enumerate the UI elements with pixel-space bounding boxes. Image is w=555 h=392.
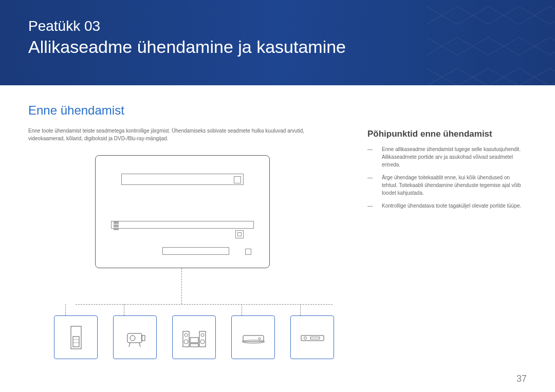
svg-rect-6 <box>142 335 145 341</box>
device-speakers <box>172 315 216 359</box>
svg-rect-14 <box>190 344 198 347</box>
device-dvdplayer <box>290 315 334 359</box>
speakers-icon <box>179 322 210 353</box>
connection-diagram <box>28 155 337 268</box>
svg-point-9 <box>184 340 188 344</box>
settopbox-icon <box>238 322 269 353</box>
intro-text: Enne toote ühendamist teiste seadmetega … <box>28 127 337 142</box>
tv-small-port <box>245 249 251 255</box>
computer-icon <box>61 322 91 353</box>
point-item: Ärge ühendage toitekaablit enne, kui kõi… <box>367 174 527 197</box>
svg-rect-13 <box>190 338 198 343</box>
svg-point-19 <box>304 337 306 339</box>
tv-port-right <box>235 230 244 238</box>
svg-point-5 <box>130 335 135 341</box>
tv-top-panel <box>121 174 244 185</box>
svg-rect-20 <box>310 337 320 339</box>
svg-point-12 <box>200 340 205 344</box>
svg-rect-7 <box>183 331 189 347</box>
right-column: Põhipunktid enne ühendamist Enne allikas… <box>367 103 527 268</box>
chapter-header: Peatükk 03 Allikaseadme ühendamine ja ka… <box>0 0 555 85</box>
tv-bottom-slot <box>162 247 229 255</box>
svg-rect-1 <box>73 337 79 347</box>
subsection-title: Põhipunktid enne ühendamist <box>367 129 527 139</box>
tv-bottom-panel <box>111 221 254 229</box>
tv-ports-left <box>114 221 119 232</box>
svg-point-17 <box>258 338 261 340</box>
section-title: Enne ühendamist <box>28 103 337 118</box>
tv-illustration <box>95 155 270 268</box>
svg-rect-0 <box>71 326 81 349</box>
device-settopbox <box>231 315 275 359</box>
point-item: Kontrollige ühendatava toote tagaküljel … <box>367 202 527 210</box>
points-list: Enne allikaseadme ühendamist lugege sell… <box>367 145 527 210</box>
device-computer <box>54 315 98 359</box>
device-camcorder <box>113 315 157 359</box>
point-item: Enne allikaseadme ühendamist lugege sell… <box>367 145 527 169</box>
devices-row <box>54 315 334 359</box>
svg-point-8 <box>184 333 188 337</box>
content-area: Enne ühendamist Enne toote ühendamist te… <box>0 85 555 286</box>
chapter-title: Allikaseadme ühendamine ja kasutamine <box>28 37 527 57</box>
device-connectors <box>28 304 337 315</box>
left-column: Enne ühendamist Enne toote ühendamist te… <box>28 103 337 268</box>
svg-rect-10 <box>199 331 206 347</box>
dvdplayer-icon <box>297 322 328 353</box>
camcorder-icon <box>120 322 151 353</box>
svg-rect-18 <box>301 335 324 341</box>
page-number: 37 <box>516 374 527 384</box>
chapter-label: Peatükk 03 <box>28 18 527 34</box>
connector-vertical <box>181 268 182 304</box>
svg-rect-4 <box>127 333 142 343</box>
svg-point-11 <box>201 333 204 337</box>
